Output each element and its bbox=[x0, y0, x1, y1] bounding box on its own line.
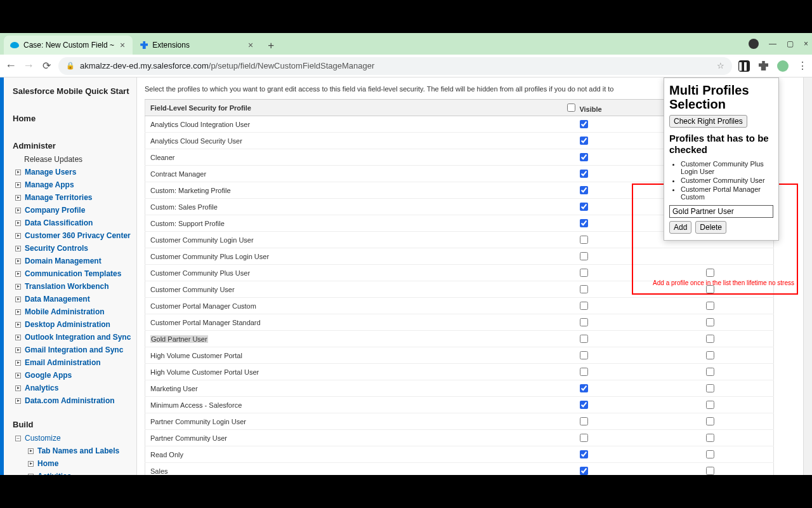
close-window-button[interactable]: × bbox=[804, 39, 808, 48]
menu-icon[interactable]: ⋮ bbox=[797, 60, 807, 66]
back-button[interactable]: ← bbox=[5, 59, 16, 66]
new-tab-button[interactable]: + bbox=[262, 37, 280, 55]
extension-action-icon[interactable]: ▌▌ bbox=[738, 60, 750, 67]
minimize-button[interactable]: — bbox=[769, 39, 776, 48]
reload-button[interactable]: ⟳ bbox=[41, 60, 52, 66]
url-field[interactable]: 🔒 akmalzz-dev-ed.my.salesforce.com/p/set… bbox=[58, 57, 732, 67]
window-controls: — ▢ × bbox=[749, 33, 812, 55]
close-icon[interactable]: × bbox=[247, 40, 254, 50]
profile-icon[interactable] bbox=[749, 39, 759, 49]
salesforce-favicon bbox=[10, 42, 19, 48]
address-bar: ← → ⟳ 🔒 akmalzz-dev-ed.my.salesforce.com… bbox=[0, 55, 812, 66]
close-icon[interactable]: × bbox=[119, 40, 126, 50]
maximize-button[interactable]: ▢ bbox=[787, 39, 794, 48]
url-text: akmalzz-dev-ed.my.salesforce.com/p/setup… bbox=[80, 61, 374, 66]
profile-avatar-icon[interactable] bbox=[777, 60, 789, 67]
browser-tab-strip: Case: New Custom Field ~ × Extensions × … bbox=[0, 33, 812, 55]
extensions-icon[interactable] bbox=[759, 61, 768, 66]
star-icon[interactable]: ☆ bbox=[717, 61, 724, 66]
extension-favicon bbox=[140, 41, 148, 49]
tab-title: Case: New Custom Field ~ bbox=[23, 41, 114, 50]
browser-tab[interactable]: Extensions × bbox=[134, 36, 261, 55]
lock-icon: 🔒 bbox=[66, 62, 75, 66]
forward-button[interactable]: → bbox=[23, 59, 34, 66]
browser-tab-active[interactable]: Case: New Custom Field ~ × bbox=[4, 36, 133, 55]
tab-title: Extensions bbox=[152, 41, 190, 50]
